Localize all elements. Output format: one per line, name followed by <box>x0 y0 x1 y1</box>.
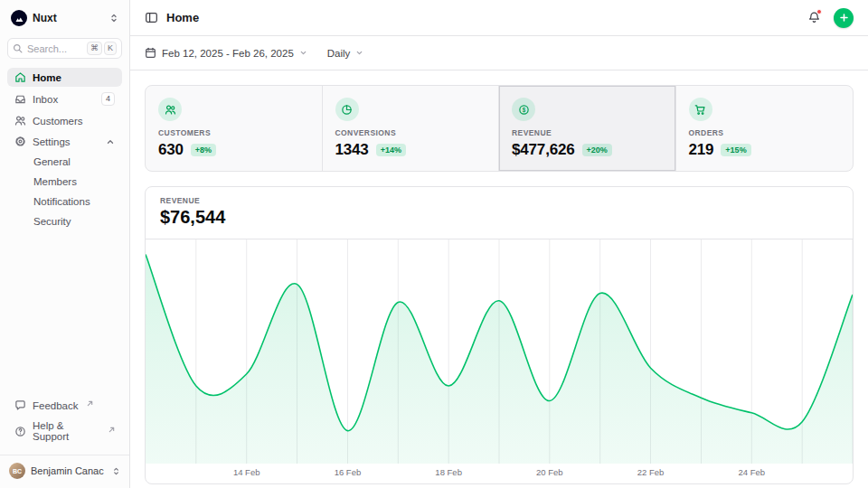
help-support-link[interactable]: Help & Support <box>7 417 122 446</box>
add-button[interactable] <box>834 8 854 28</box>
stats-strip: CUSTOMERS 630 +8% CONVERSIONS 1343 +14% <box>145 85 854 172</box>
kbd-k: K <box>104 42 117 55</box>
sidebar-item-label: Home <box>33 72 61 83</box>
stat-label: CUSTOMERS <box>158 128 309 137</box>
stat-card-conversions[interactable]: CONVERSIONS 1343 +14% <box>323 86 500 171</box>
users-icon <box>14 115 26 127</box>
x-axis-label: 16 Feb <box>335 467 362 477</box>
sidebar-item-members[interactable]: Members <box>7 173 122 191</box>
stat-value: 630 <box>158 141 184 159</box>
users-icon <box>158 98 182 121</box>
notifications-button[interactable] <box>807 11 821 24</box>
topbar-actions <box>807 8 854 28</box>
user-name: Benjamin Canac <box>31 465 104 476</box>
stat-delta-badge: +8% <box>191 144 216 156</box>
page-title: Home <box>166 11 199 24</box>
dollar-circle-icon: $ <box>512 98 535 121</box>
date-range-label: Feb 12, 2025 - Feb 26, 2025 <box>162 48 294 59</box>
stat-card-customers[interactable]: CUSTOMERS 630 +8% <box>146 86 323 171</box>
chart-header: REVENUE $76,544 <box>146 187 853 239</box>
granularity-select[interactable]: Daily <box>327 48 364 59</box>
chart-title: REVENUE <box>160 196 838 205</box>
stat-value: 1343 <box>335 141 369 159</box>
footer-link-label: Help & Support <box>33 420 100 442</box>
sidebar-item-home[interactable]: Home <box>7 68 122 87</box>
chart-current-value: $76,544 <box>160 207 838 228</box>
notification-dot <box>816 9 822 14</box>
footer-link-label: Feedback <box>33 400 79 411</box>
sidebar-item-label: Settings <box>33 136 71 147</box>
kbd-cmd: ⌘ <box>87 42 102 55</box>
chart-svg <box>146 239 853 464</box>
sidebar-toggle-icon[interactable] <box>145 11 158 24</box>
message-icon <box>14 399 26 411</box>
svg-text:$: $ <box>522 106 525 113</box>
external-link-icon <box>87 400 93 407</box>
revenue-chart-card: REVENUE $76,544 14 Feb16 Feb18 Feb20 Feb… <box>145 186 854 484</box>
avatar: BC <box>9 463 25 479</box>
search-input[interactable]: Search... ⌘ K <box>7 38 122 59</box>
stat-card-revenue[interactable]: $ REVENUE $477,626 +20% <box>499 86 676 171</box>
stat-label: CONVERSIONS <box>335 128 486 137</box>
x-axis-label: 24 Feb <box>738 467 765 477</box>
chevron-down-icon <box>299 49 307 57</box>
external-link-icon <box>108 427 115 433</box>
chart-pie-icon <box>335 98 359 121</box>
user-menu[interactable]: BC Benjamin Canac <box>0 455 129 481</box>
search-shortcut: ⌘ K <box>87 42 117 55</box>
sidebar-item-label: Customers <box>33 116 83 127</box>
sidebar-item-customers[interactable]: Customers <box>7 111 122 130</box>
search-icon <box>13 43 23 53</box>
help-circle-icon <box>14 426 26 437</box>
sidebar-item-general[interactable]: General <box>7 153 122 171</box>
page-content: CUSTOMERS 630 +8% CONVERSIONS 1343 +14% <box>130 70 868 488</box>
chart-x-axis: 14 Feb16 Feb18 Feb20 Feb22 Feb24 Feb <box>146 464 853 483</box>
chevron-up-down-icon <box>109 13 118 23</box>
stat-delta-badge: +14% <box>376 144 406 156</box>
stat-delta-badge: +15% <box>721 144 750 156</box>
filter-toolbar: Feb 12, 2025 - Feb 26, 2025 Daily <box>130 36 868 70</box>
granularity-label: Daily <box>327 48 351 59</box>
stat-delta-badge: +20% <box>582 144 612 156</box>
x-axis-label: 14 Feb <box>233 467 260 477</box>
x-axis-label: 22 Feb <box>637 467 665 477</box>
x-axis-label: 20 Feb <box>536 467 563 477</box>
sidebar-item-notifications[interactable]: Notifications <box>7 192 122 211</box>
sidebar-nav: Home Inbox 4 Customers Settings <box>7 68 122 230</box>
stat-value: 219 <box>689 141 714 159</box>
sidebar-item-settings[interactable]: Settings <box>7 132 122 151</box>
stat-label: ORDERS <box>689 128 841 137</box>
dashboard-app: Nuxt Search... ⌘ K Home <box>0 0 868 488</box>
inbox-icon <box>14 93 26 105</box>
nuxt-logo-icon <box>11 10 27 26</box>
stat-value: $477,626 <box>512 141 575 159</box>
home-icon <box>14 71 26 83</box>
inbox-count-badge: 4 <box>101 92 115 106</box>
chevron-up-down-icon <box>112 466 120 476</box>
main-area: Home Feb 12, 2025 - Feb 26, 2025 <box>130 0 868 488</box>
gear-icon <box>14 136 26 147</box>
stat-label: REVENUE <box>512 128 663 137</box>
calendar-icon <box>145 47 156 59</box>
chevron-up-icon <box>106 137 115 146</box>
search-placeholder: Search... <box>27 43 67 54</box>
sidebar-item-label: Inbox <box>33 94 58 105</box>
date-range-picker[interactable]: Feb 12, 2025 - Feb 26, 2025 <box>145 47 307 59</box>
sidebar-item-inbox[interactable]: Inbox 4 <box>7 89 122 109</box>
sidebar: Nuxt Search... ⌘ K Home <box>0 0 130 488</box>
team-switcher[interactable]: Nuxt <box>7 7 122 29</box>
team-name: Nuxt <box>33 12 57 24</box>
revenue-area-chart[interactable] <box>146 239 853 464</box>
sidebar-footer: Feedback Help & Support BC Benjamin Cana… <box>7 396 122 481</box>
cart-icon <box>689 98 712 121</box>
chevron-down-icon <box>355 49 363 57</box>
top-header: Home <box>130 0 868 36</box>
feedback-link[interactable]: Feedback <box>7 396 122 415</box>
x-axis-label: 18 Feb <box>435 467 462 477</box>
stat-card-orders[interactable]: ORDERS 219 +15% <box>676 86 854 171</box>
sidebar-item-security[interactable]: Security <box>7 212 122 230</box>
